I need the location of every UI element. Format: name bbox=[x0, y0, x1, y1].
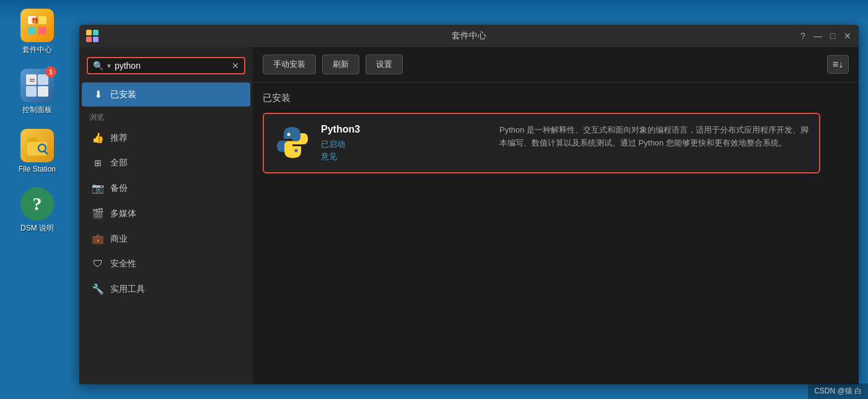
svg-rect-8 bbox=[38, 86, 48, 97]
sidebar-item-recommended[interactable]: 👍 推荐 bbox=[82, 126, 250, 150]
security-label: 安全性 bbox=[110, 258, 136, 270]
all-icon: ⊞ bbox=[92, 158, 104, 168]
toolbar: 手动安装 刷新 设置 ≡↓ bbox=[253, 47, 859, 82]
security-icon: 🛡 bbox=[92, 258, 104, 270]
refresh-button[interactable]: 刷新 bbox=[322, 55, 359, 74]
svg-point-18 bbox=[287, 133, 291, 136]
svg-rect-17 bbox=[93, 37, 99, 42]
package-center-label: 套件中心 bbox=[22, 45, 52, 55]
dsm-help-label: DSM 说明 bbox=[20, 223, 54, 234]
recommended-label: 推荐 bbox=[110, 133, 128, 144]
installed-icon: ⬇ bbox=[92, 89, 104, 100]
control-panel-badge: 1 bbox=[45, 66, 56, 77]
svg-rect-3 bbox=[38, 27, 46, 35]
title-bar: 套件中心 ? — □ ✕ bbox=[79, 25, 859, 47]
package-name: Python3 bbox=[321, 124, 489, 135]
package-description: Python 是一种解释性、交互式和面向对象的编程语言，适用于分布式应用程序开发… bbox=[499, 124, 809, 150]
file-station-label: File Station bbox=[19, 165, 56, 173]
help-button[interactable]: ? bbox=[798, 31, 808, 41]
browse-section-label: 浏览 bbox=[79, 107, 253, 125]
section-title: 已安装 bbox=[263, 92, 849, 104]
control-panel-label: 控制面板 bbox=[22, 105, 52, 115]
package-card: Python3 已启动 意见 Python 是一种解释性、交互式和面向对象的编程… bbox=[263, 113, 820, 173]
recommended-icon: 👍 bbox=[92, 132, 104, 144]
multimedia-label: 多媒体 bbox=[110, 208, 136, 219]
window-controls: ? — □ ✕ bbox=[798, 31, 853, 41]
window-body: 🔍 ▼ ✕ ⬇ 已安装 浏览 👍 推荐 ⊞ 全部 📷 bbox=[79, 47, 859, 384]
package-status[interactable]: 已启动 bbox=[321, 139, 489, 150]
manual-install-button[interactable]: 手动安装 bbox=[263, 55, 316, 74]
search-icon: 🔍 bbox=[93, 61, 103, 71]
sidebar-item-multimedia[interactable]: 🎬 多媒体 bbox=[82, 201, 250, 226]
svg-point-19 bbox=[295, 149, 298, 152]
svg-rect-11 bbox=[27, 142, 47, 156]
content-body: 已安装 Python3 已启动 意见 bbox=[253, 82, 859, 384]
business-label: 商业 bbox=[110, 234, 128, 245]
svg-rect-7 bbox=[26, 86, 37, 97]
sidebar-item-backup[interactable]: 📷 备份 bbox=[82, 176, 250, 200]
svg-rect-16 bbox=[86, 37, 92, 42]
package-feedback[interactable]: 意见 bbox=[321, 151, 489, 162]
utilities-label: 实用工具 bbox=[110, 284, 145, 295]
svg-rect-15 bbox=[93, 30, 99, 35]
package-center-icon: 🎁 bbox=[20, 9, 54, 42]
backup-label: 备份 bbox=[110, 183, 128, 194]
backup-icon: 📷 bbox=[92, 182, 104, 194]
desktop-icon-dsm-help[interactable]: ? DSM 说明 bbox=[9, 183, 65, 237]
python-logo bbox=[274, 124, 311, 161]
main-window: 套件中心 ? — □ ✕ 🔍 ▼ ✕ ⬇ 已安装 浏览 bbox=[79, 25, 859, 384]
business-icon: 💼 bbox=[92, 233, 104, 245]
window-app-icon bbox=[85, 29, 99, 43]
close-button[interactable]: ✕ bbox=[843, 31, 853, 41]
sidebar-item-installed[interactable]: ⬇ 已安装 bbox=[82, 82, 250, 107]
desktop-icon-package-center[interactable]: 🎁 套件中心 bbox=[9, 5, 65, 59]
search-input[interactable] bbox=[115, 61, 232, 71]
control-panel-icon: 1 bbox=[20, 69, 54, 102]
sidebar-item-utilities[interactable]: 🔧 实用工具 bbox=[82, 277, 250, 301]
minimize-button[interactable]: — bbox=[813, 31, 823, 41]
svg-rect-14 bbox=[86, 30, 92, 35]
svg-rect-2 bbox=[28, 27, 36, 35]
installed-label: 已安装 bbox=[110, 89, 136, 100]
all-label: 全部 bbox=[110, 157, 128, 169]
content-area: 手动安装 刷新 设置 ≡↓ 已安装 bbox=[253, 47, 859, 384]
multimedia-icon: 🎬 bbox=[92, 208, 104, 219]
file-station-icon bbox=[20, 129, 54, 162]
desktop: 🎁 套件中心 1 控制面板 bbox=[0, 0, 74, 399]
utilities-icon: 🔧 bbox=[92, 283, 104, 295]
svg-rect-1 bbox=[38, 16, 46, 24]
svg-text:🎁: 🎁 bbox=[31, 17, 39, 25]
watermark: CSDN @猿 白 bbox=[808, 384, 868, 399]
sidebar-item-business[interactable]: 💼 商业 bbox=[82, 227, 250, 251]
sidebar-item-security[interactable]: 🛡 安全性 bbox=[82, 252, 250, 276]
sort-button[interactable]: ≡↓ bbox=[827, 55, 849, 74]
clear-search-button[interactable]: ✕ bbox=[232, 61, 239, 71]
package-info: Python3 已启动 意见 bbox=[321, 124, 489, 162]
search-dropdown-icon: ▼ bbox=[106, 63, 112, 69]
desktop-icon-control-panel[interactable]: 1 控制面板 bbox=[9, 65, 65, 119]
sidebar: 🔍 ▼ ✕ ⬇ 已安装 浏览 👍 推荐 ⊞ 全部 📷 bbox=[79, 47, 253, 384]
sidebar-item-all[interactable]: ⊞ 全部 bbox=[82, 151, 250, 175]
settings-button[interactable]: 设置 bbox=[366, 55, 403, 74]
window-title: 套件中心 bbox=[452, 30, 486, 42]
search-box[interactable]: 🔍 ▼ ✕ bbox=[87, 57, 245, 74]
dsm-help-icon: ? bbox=[20, 187, 54, 221]
desktop-icon-file-station[interactable]: File Station bbox=[9, 125, 65, 177]
maximize-button[interactable]: □ bbox=[828, 31, 838, 41]
